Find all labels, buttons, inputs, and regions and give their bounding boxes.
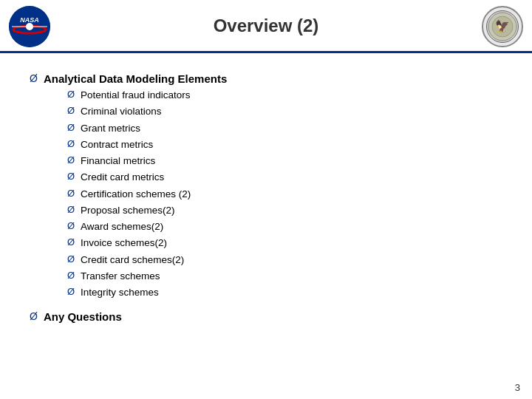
list-item: Ø Transfer schemes: [67, 269, 227, 284]
main-label-2: Any Questions: [44, 309, 122, 324]
sub-label: Integrity schemes: [81, 285, 159, 300]
content-area: Ø Analytical Data Modeling Elements Ø Po…: [0, 59, 532, 377]
sub-arrow-icon: Ø: [67, 188, 75, 199]
sub-label: Certification schemes (2): [81, 187, 191, 202]
sub-label: Invoice schemes(2): [81, 236, 167, 250]
nasa-logo: NASA: [9, 6, 50, 47]
sub-arrow-icon: Ø: [67, 204, 75, 215]
sub-arrow-icon: Ø: [67, 220, 75, 231]
sub-label: Credit card metrics: [81, 170, 164, 185]
svg-text:NASA: NASA: [20, 16, 39, 24]
sub-arrow-icon: Ø: [67, 171, 75, 182]
sub-arrow-icon: Ø: [67, 138, 75, 149]
sub-label: Contract metrics: [81, 137, 153, 152]
sub-label: Potential fraud indicators: [81, 88, 191, 103]
list-item: Ø Financial metrics: [67, 154, 227, 168]
sub-arrow-icon: Ø: [67, 236, 75, 248]
sub-label: Criminal violations: [81, 104, 162, 119]
list-item: Ø Award schemes(2): [67, 219, 227, 234]
sub-arrow-icon: Ø: [67, 270, 75, 281]
main-arrow-1: Ø: [30, 72, 38, 84]
list-item: Ø Potential fraud indicators: [67, 88, 227, 103]
list-item: Ø Proposal schemes(2): [67, 203, 227, 218]
sub-list: Ø Potential fraud indicators Ø Criminal …: [67, 88, 227, 300]
svg-point-4: [26, 23, 33, 30]
sub-label: Proposal schemes(2): [81, 203, 175, 218]
sub-arrow-icon: Ø: [67, 122, 75, 133]
list-item: Ø Certification schemes (2): [67, 187, 227, 202]
list-item: Ø Integrity schemes: [67, 285, 227, 300]
list-item: Ø Invoice schemes(2): [67, 236, 227, 250]
main-bullet-1: Ø Analytical Data Modeling Elements Ø Po…: [30, 71, 502, 301]
main-arrow-2: Ø: [30, 310, 38, 322]
header-bar: NASA Overview (2) 🦅: [0, 0, 532, 53]
sub-label: Financial metrics: [81, 154, 155, 168]
seal-logo: 🦅: [482, 6, 523, 47]
list-item: Ø Credit card metrics: [67, 170, 227, 185]
list-item: Ø Credit card schemes(2): [67, 253, 227, 267]
sub-label: Transfer schemes: [81, 269, 160, 284]
sub-arrow-icon: Ø: [67, 105, 75, 116]
main-bullet-2: Ø Any Questions: [30, 309, 502, 324]
sub-arrow-icon: Ø: [67, 286, 75, 297]
sub-arrow-icon: Ø: [67, 253, 75, 265]
page-number: 3: [515, 382, 520, 393]
list-item: Ø Grant metrics: [67, 121, 227, 136]
main-label-1: Analytical Data Modeling Elements: [44, 72, 227, 85]
list-item: Ø Contract metrics: [67, 137, 227, 152]
sub-label: Award schemes(2): [81, 219, 163, 234]
svg-text:🦅: 🦅: [495, 19, 510, 33]
page-title: Overview (2): [214, 16, 319, 36]
sub-label: Credit card schemes(2): [81, 253, 184, 267]
sub-arrow-icon: Ø: [67, 89, 75, 100]
sub-label: Grant metrics: [81, 121, 140, 136]
list-item: Ø Criminal violations: [67, 104, 227, 119]
sub-arrow-icon: Ø: [67, 154, 75, 166]
